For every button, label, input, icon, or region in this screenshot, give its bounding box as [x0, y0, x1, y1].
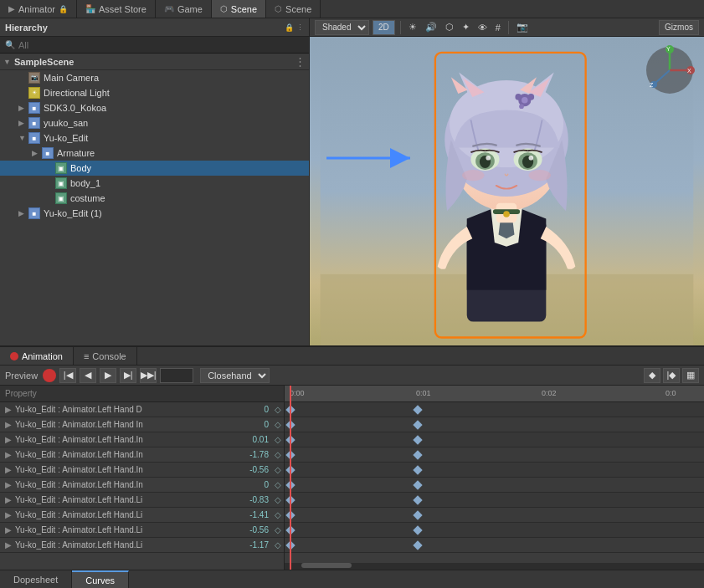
keyframe-0-mid[interactable]	[413, 405, 422, 414]
gizmos-button[interactable]: Gizmos	[659, 20, 699, 35]
skip-end-button[interactable]: ▶▶|	[140, 368, 157, 383]
2d-button[interactable]: 2D	[373, 20, 395, 35]
fx-icon[interactable]: ✦	[460, 20, 472, 35]
clip-select-dropdown[interactable]: Closehand	[200, 368, 270, 383]
hierarchy-item-directional-light[interactable]: ☀ Directional Light	[0, 85, 309, 100]
camera-icon[interactable]: 📷	[514, 20, 531, 35]
skybox-icon[interactable]: ⬡	[443, 20, 456, 35]
tab-scene-2[interactable]: ⬡ Scene	[266, 0, 321, 18]
track-row-6[interactable]: ▶ Yu-ko_Edit : Animator.Left Hand.Li -0.…	[0, 493, 284, 508]
toolbar-separator	[400, 21, 401, 34]
hierarchy-tree: 📷 Main Camera ☀ Directional Light ▶ ■ SD…	[0, 70, 309, 345]
track-keyframe-btn-6[interactable]: ◇	[272, 494, 284, 506]
track-keyframe-btn-5[interactable]: ◇	[272, 479, 284, 491]
next-frame-button[interactable]: ▶|	[120, 368, 136, 383]
hidden-icon[interactable]: 👁	[475, 20, 490, 35]
track-keyframe-btn-7[interactable]: ◇	[272, 509, 284, 521]
timeline-track-0	[285, 402, 704, 417]
track-keyframe-btn-8[interactable]: ◇	[272, 524, 284, 536]
footer-tab-dopesheet[interactable]: Dopesheet	[0, 570, 72, 588]
hierarchy-item-armature[interactable]: ▶ ■ Armature	[0, 146, 309, 161]
tab-animator[interactable]: ▶ Animator 🔒	[0, 0, 77, 18]
keyframe-7-mid[interactable]	[413, 510, 422, 519]
track-row-9[interactable]: ▶ Yu-ko_Edit : Animator.Left Hand.Li -1.…	[0, 538, 284, 553]
prev-frame-button[interactable]: ◀	[80, 368, 96, 383]
timeline-scroll-thumb[interactable]	[301, 563, 352, 568]
tab-console[interactable]: ≡ Console	[74, 347, 137, 365]
hierarchy-item-body1[interactable]: ▣ body_1	[0, 176, 309, 191]
grid-icon[interactable]: #	[493, 20, 503, 35]
keyframe-1-mid[interactable]	[413, 420, 422, 429]
cube-icon: ■	[42, 147, 54, 159]
skip-start-button[interactable]: |◀	[59, 368, 76, 383]
track-row-4[interactable]: ▶ Yu-ko_Edit : Animator.Left Hand.In -0.…	[0, 463, 284, 478]
animation-timeline[interactable]: 0:00 0:01 0:02 0:0	[285, 386, 704, 570]
track-row-8[interactable]: ▶ Yu-ko_Edit : Animator.Left Hand.Li -0.…	[0, 523, 284, 538]
hierarchy-search-bar: 🔍	[0, 37, 309, 54]
preview-record-button[interactable]	[43, 369, 56, 382]
hierarchy-item-sdk30-kokoa[interactable]: ▶ ■ SDK3.0_Kokoa	[0, 100, 309, 115]
scene-toolbar: Shaded 2D ☀ 🔊 ⬡ ✦ 👁 # 📷 Gizmos	[310, 18, 704, 37]
frame-number-input[interactable]: 0	[160, 368, 193, 383]
tab-scene-1[interactable]: ⬡ Scene	[212, 0, 266, 18]
track-name-7: Yu-ko_Edit : Animator.Left Hand.Li	[15, 510, 239, 519]
keyframe-5-mid[interactable]	[413, 480, 422, 489]
mesh-icon: ▣	[55, 192, 67, 204]
animation-panel: Animation ≡ Console Preview |◀ ◀ ▶ ▶| ▶▶…	[0, 345, 704, 588]
track-row-0[interactable]: ▶ Yu-ko_Edit : Animator.Left Hand D 0 ◇	[0, 402, 284, 417]
track-row-3[interactable]: ▶ Yu-ko_Edit : Animator.Left Hand.In -1.…	[0, 447, 284, 463]
light-icon: ☀	[28, 87, 40, 99]
track-keyframe-btn-2[interactable]: ◇	[272, 434, 284, 446]
track-keyframe-btn-3[interactable]: ◇	[272, 449, 284, 461]
hierarchy-panel: Hierarchy 🔒 ⋮ 🔍 ▼ SampleScene ⋮ 📷 Main C…	[0, 18, 310, 345]
track-keyframe-btn-9[interactable]: ◇	[272, 539, 284, 551]
lighting-icon[interactable]: ☀	[406, 20, 419, 35]
playhead-line	[290, 402, 291, 570]
hierarchy-item-yuko-edit-1[interactable]: ▶ ■ Yu-ko_Edit (1)	[0, 206, 309, 221]
track-val-1: 0	[239, 420, 272, 429]
audio-icon[interactable]: 🔊	[423, 20, 439, 35]
scene-viewport[interactable]: Y X Z	[310, 37, 704, 345]
track-keyframe-btn-0[interactable]: ◇	[272, 404, 284, 416]
body1-label: body_1	[70, 178, 100, 188]
add-keyframe-button[interactable]: ◆	[644, 368, 660, 383]
scene-root-item[interactable]: ▼ SampleScene ⋮	[0, 54, 309, 70]
keyframe-3-mid[interactable]	[413, 450, 422, 459]
track-keyframe-btn-4[interactable]: ◇	[272, 464, 284, 476]
hierarchy-item-costume[interactable]: ▣ costume	[0, 191, 309, 206]
keyframe-4-mid[interactable]	[413, 465, 422, 474]
keyframe-9-mid[interactable]	[413, 540, 422, 550]
track-keyframe-btn-1[interactable]: ◇	[272, 419, 284, 431]
armature-label: Armature	[57, 148, 95, 158]
mesh-icon: ▣	[55, 177, 67, 189]
keyframe-2-mid[interactable]	[413, 435, 422, 444]
track-row-1[interactable]: ▶ Yu-ko_Edit : Animator.Left Hand In 0 ◇	[0, 417, 284, 432]
track-row-7[interactable]: ▶ Yu-ko_Edit : Animator.Left Hand.Li -1.…	[0, 508, 284, 523]
keyframe-8-mid[interactable]	[413, 525, 422, 534]
hierarchy-item-yuuko-san[interactable]: ▶ ■ yuuko_san	[0, 115, 309, 130]
track-row-5[interactable]: ▶ Yu-ko_Edit : Animator.Left Hand.In 0 ◇	[0, 478, 284, 493]
animation-tab-label: Animation	[22, 351, 63, 361]
tab-game[interactable]: 🎮 Game	[156, 0, 212, 18]
yuuko-san-label: yuuko_san	[44, 118, 88, 128]
hierarchy-item-main-camera[interactable]: 📷 Main Camera	[0, 70, 309, 85]
hierarchy-item-body[interactable]: ▣ Body	[0, 161, 309, 176]
track-expand-icon: ▶	[5, 525, 12, 534]
timeline-scrollbar[interactable]	[285, 563, 704, 570]
tab-animation[interactable]: Animation	[0, 347, 74, 365]
tab-asset-store[interactable]: 🏪 Asset Store	[77, 0, 156, 18]
hierarchy-search-input[interactable]	[18, 40, 304, 50]
timeline-track-2	[285, 432, 704, 447]
add-event-button[interactable]: |◆	[663, 368, 680, 383]
svg-text:Z: Z	[650, 82, 654, 88]
footer-tab-curves[interactable]: Curves	[72, 570, 129, 588]
hierarchy-item-yuko-edit[interactable]: ▼ ■ Yu-ko_Edit	[0, 130, 309, 146]
scene-more-icon[interactable]: ⋮	[295, 55, 306, 68]
shading-dropdown[interactable]: Shaded	[315, 20, 369, 35]
keyframe-options-button[interactable]: ▦	[682, 368, 699, 383]
console-icon: ≡	[84, 351, 89, 361]
play-button[interactable]: ▶	[100, 368, 116, 383]
track-val-2: 0.01	[239, 435, 272, 444]
track-row-2[interactable]: ▶ Yu-ko_Edit : Animator.Left Hand.In 0.0…	[0, 432, 284, 447]
keyframe-6-mid[interactable]	[413, 495, 422, 504]
